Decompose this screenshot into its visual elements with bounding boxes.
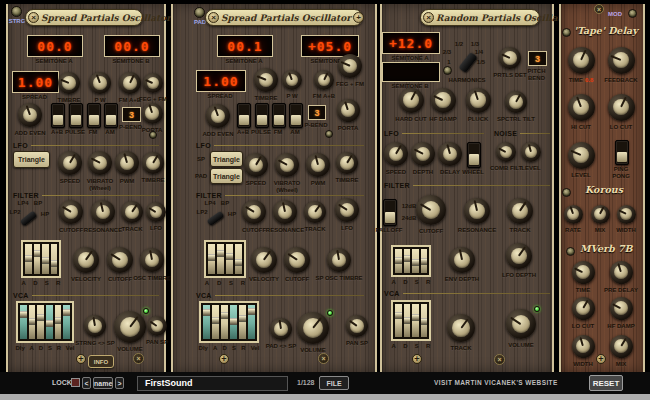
- volume-knob[interactable]: [297, 312, 329, 344]
- pulse-switch[interactable]: [255, 103, 269, 128]
- lfo-wave-button[interactable]: Triangle: [13, 151, 50, 168]
- a-b-switch[interactable]: [237, 103, 251, 128]
- prev-preset-button[interactable]: <: [82, 377, 91, 389]
- semitone-a-display[interactable]: +12.0: [382, 32, 440, 54]
- cutoff-knob[interactable]: [59, 200, 83, 224]
- velocity-knob[interactable]: [251, 247, 277, 273]
- pulse-switch[interactable]: [69, 103, 83, 128]
- strng-sp-knob[interactable]: [84, 315, 106, 337]
- volume-knob[interactable]: [506, 309, 536, 339]
- file-button[interactable]: FILE: [319, 376, 349, 390]
- filter-adsr-sliders[interactable]: [204, 240, 246, 278]
- hf-damp-knob[interactable]: [431, 88, 456, 113]
- slider-track[interactable]: [239, 305, 246, 339]
- pad-led[interactable]: [194, 7, 205, 18]
- add-even-knob[interactable]: [206, 104, 230, 128]
- pad-sp-knob[interactable]: [270, 318, 292, 340]
- mod-led[interactable]: [628, 9, 637, 18]
- vibrato-knob[interactable]: [88, 151, 112, 175]
- lfo-knob[interactable]: [146, 202, 166, 222]
- slider-track[interactable]: [412, 249, 419, 273]
- speed-knob[interactable]: [384, 142, 408, 166]
- plaque-plus-icon[interactable]: +: [353, 12, 364, 23]
- env-depth-knob[interactable]: [449, 247, 475, 273]
- resonance-knob[interactable]: [273, 200, 297, 224]
- porta-led[interactable]: [325, 130, 333, 138]
- rate-knob[interactable]: [564, 205, 583, 224]
- semitone-a-display[interactable]: 00.1: [217, 35, 273, 57]
- slider-track[interactable]: [34, 244, 41, 274]
- feg-fm-knob[interactable]: [338, 54, 362, 78]
- ping-switch[interactable]: [615, 140, 629, 165]
- cutoff-knob[interactable]: [107, 247, 133, 273]
- timbre-knob[interactable]: [142, 152, 164, 174]
- pwm-knob[interactable]: [306, 153, 330, 177]
- speed-knob[interactable]: [244, 153, 268, 177]
- time-knob[interactable]: [572, 261, 595, 284]
- vibrato-knob[interactable]: [275, 153, 299, 177]
- semitone-b-led[interactable]: [443, 66, 452, 75]
- fm-a-b-knob[interactable]: [119, 72, 141, 94]
- hard-cut-knob[interactable]: [399, 88, 424, 113]
- spread-display[interactable]: 1.00: [196, 70, 246, 92]
- p-bend-box[interactable]: 3: [122, 107, 141, 122]
- next-preset-button[interactable]: >: [115, 377, 124, 389]
- name-sort-button[interactable]: name: [93, 377, 113, 389]
- vca-envelope-sliders[interactable]: [16, 301, 74, 343]
- comb-filt-knob[interactable]: [496, 142, 516, 162]
- a-b-switch[interactable]: [51, 103, 65, 128]
- lo-cut-knob[interactable]: [572, 297, 595, 320]
- track-knob[interactable]: [447, 314, 475, 342]
- slider-track[interactable]: [404, 249, 411, 273]
- fm-switch[interactable]: [272, 103, 286, 128]
- pwm-knob[interactable]: [115, 151, 139, 175]
- slider-track[interactable]: [217, 244, 224, 274]
- slider-track[interactable]: [248, 305, 255, 339]
- cutoff-knob[interactable]: [284, 247, 310, 273]
- add-button[interactable]: +: [412, 354, 422, 364]
- vca-envelope-sliders[interactable]: [199, 301, 259, 343]
- harmonics-selector[interactable]: [456, 51, 478, 71]
- filter-adsr-sliders[interactable]: [391, 245, 431, 277]
- prtls-det-knob[interactable]: [499, 47, 521, 69]
- lfo-depth-knob[interactable]: [506, 243, 532, 269]
- width-knob[interactable]: [617, 205, 636, 224]
- plaque-close-icon[interactable]: ×: [423, 12, 434, 23]
- lock-toggle[interactable]: [71, 378, 80, 387]
- info-button[interactable]: INFO: [88, 355, 114, 368]
- add-button[interactable]: +: [76, 354, 86, 364]
- reset-button[interactable]: RESET: [589, 375, 623, 391]
- feg-fm-knob[interactable]: [143, 73, 163, 93]
- slider-track[interactable]: [42, 244, 49, 274]
- pitch-box[interactable]: 3: [528, 51, 547, 66]
- slider-track[interactable]: [208, 244, 215, 274]
- slider-track[interactable]: [51, 244, 58, 274]
- osc-timbre-knob[interactable]: [140, 248, 164, 272]
- slider-track[interactable]: [29, 305, 36, 339]
- close-button[interactable]: ×: [318, 353, 329, 364]
- semitone-a-display[interactable]: 00.0: [27, 35, 83, 57]
- slider-track[interactable]: [203, 305, 210, 339]
- resonance-knob[interactable]: [91, 200, 115, 224]
- p-w-knob[interactable]: [282, 70, 302, 90]
- speed-knob[interactable]: [58, 151, 82, 175]
- slider-track[interactable]: [404, 304, 411, 337]
- slider-track[interactable]: [395, 304, 402, 337]
- semitone-b-display[interactable]: [382, 62, 440, 82]
- porta-knob[interactable]: [337, 99, 360, 122]
- semitone-b-display[interactable]: 00.0: [104, 35, 160, 57]
- feedback-knob[interactable]: [608, 47, 635, 74]
- filter-adsr-sliders[interactable]: [21, 240, 61, 278]
- cutoff-knob[interactable]: [242, 200, 266, 224]
- close-button[interactable]: ×: [133, 353, 144, 364]
- level-knob[interactable]: [568, 142, 595, 169]
- slider-track[interactable]: [37, 305, 44, 339]
- timbre-knob[interactable]: [58, 72, 80, 94]
- p-w-knob[interactable]: [89, 72, 111, 94]
- spread-display[interactable]: 1.00: [12, 71, 59, 93]
- plaque-close-icon[interactable]: ×: [28, 12, 39, 23]
- depth-knob[interactable]: [411, 142, 435, 166]
- plaque-close-icon[interactable]: ×: [208, 12, 219, 23]
- velocity-knob[interactable]: [73, 247, 99, 273]
- hf-damp-knob[interactable]: [610, 297, 633, 320]
